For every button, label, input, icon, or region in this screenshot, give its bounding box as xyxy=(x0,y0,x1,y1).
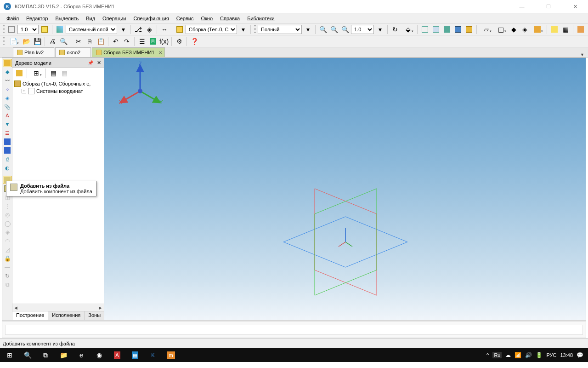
pin-icon[interactable]: 📌 xyxy=(88,60,93,65)
expand-icon[interactable]: + xyxy=(22,89,26,93)
vars-button[interactable]: 回 xyxy=(148,36,158,46)
chrome-button[interactable]: ◉ xyxy=(90,348,108,362)
detail-button[interactable]: ◈ xyxy=(520,24,530,34)
move-button[interactable]: ↔ xyxy=(159,24,170,34)
layers-button[interactable] xyxy=(55,24,65,34)
clock[interactable]: 13:48 xyxy=(560,352,573,358)
new-button[interactable]: 📄 xyxy=(6,36,20,46)
archicad-button[interactable]: ▦ xyxy=(126,348,144,362)
tab-plankv2[interactable]: Plan kv2 xyxy=(13,47,54,57)
battery-icon[interactable]: 🔋 xyxy=(536,352,543,358)
assembly-dd-button[interactable]: ▾ xyxy=(238,24,248,34)
rotate-button[interactable]: ↻ xyxy=(390,24,400,34)
spatial-button[interactable]: ⁘ xyxy=(3,85,12,93)
layer-combo[interactable]: Системный слой (0) xyxy=(66,25,117,34)
tab-assembly[interactable]: Сборка БЕЗ ИМЕНИ1 ✕ xyxy=(92,47,165,57)
network-icon[interactable]: 📶 xyxy=(514,352,521,358)
grip-icon[interactable] xyxy=(3,25,5,34)
edit-assembly-button[interactable] xyxy=(3,59,12,67)
sheet-button[interactable]: ⎙ xyxy=(3,155,12,163)
tray-up-icon[interactable]: ^ xyxy=(486,352,489,358)
tree-show-button[interactable]: ▦ xyxy=(59,68,69,78)
layer-manage-button[interactable]: ▾ xyxy=(118,24,128,34)
properties-button[interactable]: ☰ xyxy=(137,36,147,46)
dimension-button[interactable]: A xyxy=(3,111,12,120)
array-button[interactable]: ⋮ xyxy=(3,202,12,210)
current-scale-button[interactable] xyxy=(6,24,17,34)
explorer-button[interactable]: 📁 xyxy=(55,348,72,362)
whats-this-button[interactable]: ❓ xyxy=(189,36,199,46)
menu-libs[interactable]: Библиотеки xyxy=(243,15,278,22)
property-input[interactable] xyxy=(5,325,583,335)
surface-button[interactable]: ◆ xyxy=(3,68,12,76)
close-tab-icon[interactable]: ✕ xyxy=(158,50,162,55)
3d-viewport[interactable]: Z X Y xyxy=(104,58,586,320)
op-button[interactable]: ◈ xyxy=(3,228,12,236)
tree-root[interactable]: Сборка (Тел-0, Сборочных е, xyxy=(14,80,102,87)
start-button[interactable]: ⊞ xyxy=(1,348,18,362)
last-button[interactable] xyxy=(576,24,586,34)
scale-combo[interactable]: 1.0 xyxy=(17,25,39,34)
section-button[interactable]: ◫ xyxy=(494,24,508,34)
close-button[interactable]: ✕ xyxy=(566,4,584,10)
shaded-gold-button[interactable] xyxy=(464,24,474,34)
hole-button[interactable]: ◯ xyxy=(3,219,12,228)
aux-button[interactable]: ◈ xyxy=(3,94,12,102)
textures-button[interactable] xyxy=(531,24,544,34)
display-combo[interactable]: Полный xyxy=(258,25,302,34)
cut-button[interactable]: ✂ xyxy=(74,36,84,46)
rotate-op-button[interactable]: ↻ xyxy=(3,272,12,280)
lib-button[interactable]: ⚙ xyxy=(174,36,184,46)
open-button[interactable]: 📂 xyxy=(21,36,31,46)
spec-button[interactable]: ☰ xyxy=(3,129,12,137)
menu-select[interactable]: Выделить xyxy=(51,15,82,22)
chamfer-button[interactable]: ◿ xyxy=(3,246,12,254)
zoom-fit-button[interactable]: 🔍 xyxy=(340,24,350,34)
close-panel-icon[interactable]: ✕ xyxy=(97,60,101,66)
volume-icon[interactable]: 🔊 xyxy=(525,352,532,358)
lock-button[interactable]: 🔒 xyxy=(3,254,12,263)
orient-button[interactable]: ◈ xyxy=(144,24,154,34)
save-button[interactable]: 💾 xyxy=(32,36,42,46)
hidden-button[interactable] xyxy=(431,24,441,34)
mirror-button[interactable]: ⧉ xyxy=(3,281,12,289)
task-view-button[interactable]: ⧉ xyxy=(37,348,54,362)
tree-display-button[interactable] xyxy=(14,68,24,78)
scale-op-button[interactable]: — xyxy=(3,263,12,271)
assembly-button[interactable] xyxy=(175,24,185,34)
menu-view[interactable]: Вид xyxy=(82,15,99,22)
panel-tab-zones[interactable]: Зоны xyxy=(85,311,105,320)
autocad-button[interactable]: A xyxy=(108,348,126,362)
kompas-button[interactable]: K xyxy=(144,348,162,362)
simplify-button[interactable]: ◆ xyxy=(509,24,519,34)
elements-button[interactable] xyxy=(3,146,12,155)
shaded-edges-button[interactable] xyxy=(453,24,463,34)
menu-help[interactable]: Справка xyxy=(216,15,243,22)
tree-hide-button[interactable]: ▤ xyxy=(48,68,58,78)
notifications-icon[interactable]: 💬 xyxy=(577,352,583,358)
menu-file[interactable]: Файл xyxy=(3,15,23,22)
perspect-button[interactable]: ▱ xyxy=(479,24,493,34)
horizontal-scrollbar[interactable]: ◄► xyxy=(12,304,104,311)
display-dd[interactable]: ▾ xyxy=(303,24,313,34)
edge-button[interactable]: e xyxy=(73,348,90,362)
undo-button[interactable]: ↶ xyxy=(111,36,121,46)
assembly-combo[interactable]: Сборка (Тел-0, Сбор xyxy=(186,25,237,34)
redo-button[interactable]: ↷ xyxy=(122,36,132,46)
filter-button[interactable]: ▼ xyxy=(3,120,12,128)
grip-icon[interactable] xyxy=(3,37,5,46)
menu-edit[interactable]: Редактор xyxy=(23,15,51,22)
menu-spec[interactable]: Спецификация xyxy=(130,15,173,22)
wireframe-button[interactable] xyxy=(420,24,430,34)
minimize-button[interactable]: — xyxy=(513,4,531,10)
menu-service[interactable]: Сервис xyxy=(173,15,198,22)
step-button[interactable] xyxy=(40,24,50,34)
bool-button[interactable]: ◎ xyxy=(3,211,12,219)
maximize-button[interactable]: ☐ xyxy=(539,4,558,10)
panel-tab-exec[interactable]: Исполнения xyxy=(48,311,85,320)
menu-operations[interactable]: Операции xyxy=(99,15,130,22)
cloud-icon[interactable]: ☁ xyxy=(505,352,511,358)
ucs-button[interactable]: ⎇ xyxy=(133,24,143,34)
lang-indicator[interactable]: Ru xyxy=(492,352,502,358)
fillet-button[interactable]: ◠ xyxy=(3,237,12,245)
